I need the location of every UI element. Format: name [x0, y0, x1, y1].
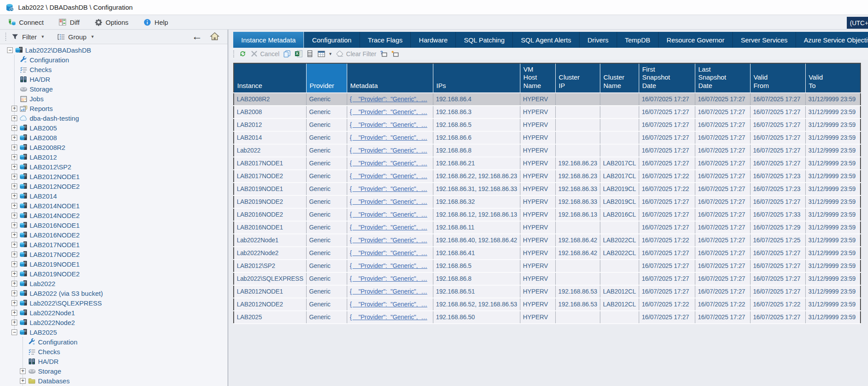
expand-plus-icon[interactable]: + — [11, 174, 17, 180]
cell-valid-from[interactable]: 16/07/2025 17:33 — [750, 208, 805, 221]
expand-plus-icon[interactable]: + — [11, 290, 17, 296]
expand-plus-icon[interactable]: + — [11, 193, 17, 199]
tree-item-lab2012node1[interactable]: +LAB2012NODE1 — [0, 172, 227, 181]
cell-first-snapshot-date[interactable]: 16/07/2025 17:27 — [639, 195, 695, 208]
cell-cluster-ip[interactable] — [555, 272, 600, 285]
cell-first-snapshot-date[interactable]: 16/07/2025 17:22 — [639, 170, 695, 183]
cell-valid-from[interactable]: 16/07/2025 17:27 — [750, 118, 805, 131]
cell-provider[interactable]: Generic — [306, 93, 347, 106]
connect-button[interactable]: Connect — [8, 19, 44, 26]
metadata-link[interactable]: { "Provider": "Generic", … — [350, 198, 428, 205]
cell-first-snapshot-date[interactable]: 16/07/2025 17:27 — [639, 247, 695, 260]
cell-first-snapshot-date[interactable]: 16/07/2025 17:27 — [639, 131, 695, 144]
cell-cluster-ip[interactable] — [555, 131, 600, 144]
table-row-lab2019node1[interactable]: LAB2019NODE1Generic{ "Provider": "Generi… — [234, 183, 860, 195]
cell-instance[interactable]: Lab2022\SQLEXPRESS — [234, 272, 306, 285]
cell-metadata[interactable]: { "Provider": "Generic", … — [347, 93, 433, 106]
cell-ips[interactable]: 192.168.86.11 — [433, 221, 520, 234]
cell-cluster-name[interactable]: LAB2017CL — [600, 170, 639, 183]
expand-plus-icon[interactable]: + — [11, 242, 17, 248]
cell-metadata[interactable]: { "Provider": "Generic", … — [347, 118, 433, 131]
cell-provider[interactable]: Generic — [306, 285, 347, 298]
expand-plus-icon[interactable]: + — [20, 378, 26, 384]
cell-valid-to[interactable]: 31/12/9999 23:59 — [805, 311, 860, 324]
tree-item-configuration[interactable]: Configuration — [0, 55, 227, 65]
cell-provider[interactable]: Generic — [306, 247, 347, 260]
cell-provider[interactable]: Generic — [306, 234, 347, 247]
grid-view-dropdown-button[interactable]: ▼ — [318, 50, 333, 58]
cell-first-snapshot-date[interactable]: 16/07/2025 17:27 — [639, 118, 695, 131]
column-header-last-snapshot-date[interactable]: Last Snapshot Date — [695, 63, 750, 93]
table-row-lab2025[interactable]: LAB2025Generic{ "Provider": "Generic", …… — [234, 311, 860, 324]
cell-instance[interactable]: Lab2022Node2 — [234, 247, 306, 260]
cell-provider[interactable]: Generic — [306, 131, 347, 144]
cell-provider[interactable]: Generic — [306, 144, 347, 157]
tree-item-checks[interactable]: Checks — [0, 65, 227, 74]
cell-cluster-name[interactable] — [600, 260, 639, 272]
cell-vm-host-name[interactable]: HYPERV — [520, 208, 555, 221]
expand-plus-icon[interactable]: + — [20, 368, 26, 374]
tree-item-databases[interactable]: +Databases — [0, 376, 227, 386]
column-header-valid-from[interactable]: Valid From — [750, 63, 805, 93]
cell-cluster-ip[interactable]: 192.168.86.42 — [555, 234, 600, 247]
cell-instance[interactable]: Lab2022Node1 — [234, 234, 306, 247]
cell-instance[interactable]: LAB2012NODE1 — [234, 285, 306, 298]
cell-provider[interactable]: Generic — [306, 208, 347, 221]
cell-ips[interactable]: 192.168.86.12, 192.168.86.13 — [433, 208, 520, 221]
cell-valid-to[interactable]: 31/12/9999 23:59 — [805, 144, 860, 157]
metadata-link[interactable]: { "Provider": "Generic", … — [350, 185, 428, 192]
cell-metadata[interactable]: { "Provider": "Generic", … — [347, 157, 433, 170]
cell-vm-host-name[interactable]: HYPERV — [520, 93, 555, 106]
collapse-panel-button[interactable]: ← — [190, 31, 204, 42]
cell-first-snapshot-date[interactable]: 16/07/2025 17:27 — [639, 208, 695, 221]
excel-export-button[interactable]: X — [295, 50, 303, 58]
metadata-link[interactable]: { "Provider": "Generic", … — [350, 134, 428, 141]
cell-vm-host-name[interactable]: HYPERV — [520, 285, 555, 298]
cell-metadata[interactable]: { "Provider": "Generic", … — [347, 311, 433, 324]
cell-last-snapshot-date[interactable]: 16/07/2025 17:27 — [695, 272, 750, 285]
metadata-link[interactable]: { "Provider": "Generic", … — [350, 172, 428, 180]
tab-server-services[interactable]: Server Services — [733, 32, 796, 48]
tree-item-lab2022-sqlexpress[interactable]: +Lab2022\SQLEXPRESS — [0, 298, 227, 308]
expand-plus-icon[interactable]: + — [11, 135, 17, 141]
table-row-lab2012[interactable]: LAB2012Generic{ "Provider": "Generic", …… — [234, 118, 860, 131]
cell-last-snapshot-date[interactable]: 16/07/2025 17:27 — [695, 285, 750, 298]
expand-plus-icon[interactable]: + — [11, 300, 17, 306]
metadata-link[interactable]: { "Provider": "Generic", … — [350, 147, 428, 154]
cell-ips[interactable]: 192.168.86.3 — [433, 106, 520, 118]
metadata-link[interactable]: { "Provider": "Generic", … — [350, 211, 428, 218]
clear-filter-button[interactable]: Clear Filter — [336, 50, 376, 58]
cell-metadata[interactable]: { "Provider": "Generic", … — [347, 247, 433, 260]
cell-ips[interactable]: 192.168.86.21 — [433, 157, 520, 170]
cell-cluster-ip[interactable] — [555, 311, 600, 324]
cell-vm-host-name[interactable]: HYPERV — [520, 170, 555, 183]
cell-cluster-name[interactable]: LAB2019CL — [600, 183, 639, 195]
metadata-link[interactable]: { "Provider": "Generic", … — [350, 108, 428, 115]
cell-vm-host-name[interactable]: HYPERV — [520, 272, 555, 285]
tree-item-lab2022node2[interactable]: +Lab2022Node2 — [0, 317, 227, 327]
cell-provider[interactable]: Generic — [306, 157, 347, 170]
cell-last-snapshot-date[interactable]: 16/07/2025 17:27 — [695, 260, 750, 272]
metadata-link[interactable]: { "Provider": "Generic", … — [350, 224, 428, 231]
cell-vm-host-name[interactable]: HYPERV — [520, 106, 555, 118]
tree-item-lab2019node2[interactable]: +LAB2019NODE2 — [0, 269, 227, 279]
cell-valid-from[interactable]: 16/07/2025 17:27 — [750, 272, 805, 285]
cell-valid-to[interactable]: 31/12/9999 23:59 — [805, 131, 860, 144]
tree-item-lab2017node2[interactable]: +LAB2017NODE2 — [0, 249, 227, 259]
table-row-lab2008[interactable]: LAB2008Generic{ "Provider": "Generic", …… — [234, 106, 860, 118]
column-header-valid-to[interactable]: Valid To — [805, 63, 860, 93]
tree-item-configuration[interactable]: Configuration — [0, 337, 227, 347]
metadata-link[interactable]: { "Provider": "Generic", … — [350, 160, 428, 167]
cell-instance[interactable]: LAB2019NODE1 — [234, 183, 306, 195]
collapse-minus-icon[interactable]: − — [11, 329, 17, 335]
cell-metadata[interactable]: { "Provider": "Generic", … — [347, 144, 433, 157]
tree-item-ha-dr[interactable]: HA/DR — [0, 356, 227, 366]
tab-trace-flags[interactable]: Trace Flags — [360, 32, 411, 48]
tree-item-checks[interactable]: Checks — [0, 347, 227, 356]
cell-first-snapshot-date[interactable]: 16/07/2025 17:27 — [639, 272, 695, 285]
expand-plus-icon[interactable]: + — [11, 261, 17, 267]
tab-resource-governor[interactable]: Resource Governor — [659, 32, 733, 48]
cell-last-snapshot-date[interactable]: 16/07/2025 17:27 — [695, 247, 750, 260]
metadata-link[interactable]: { "Provider": "Generic", … — [350, 275, 428, 282]
cell-ips[interactable]: 192.168.86.40, 192.168.86.42 — [433, 234, 520, 247]
